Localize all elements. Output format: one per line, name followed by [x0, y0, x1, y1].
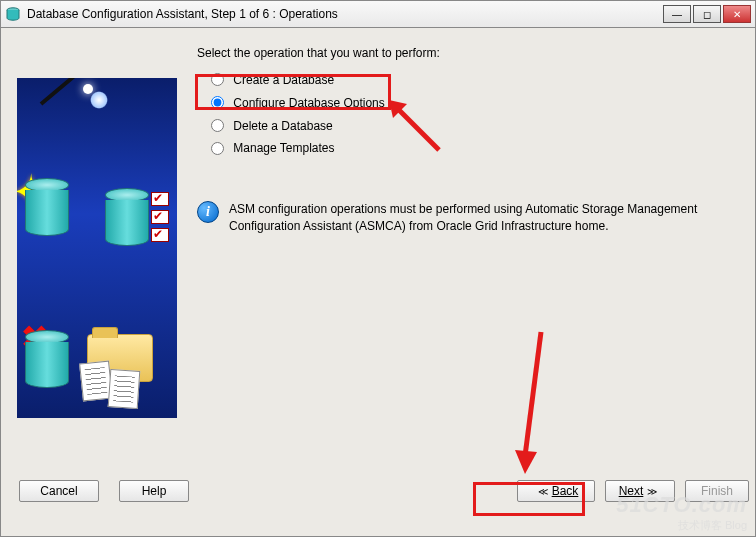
next-button[interactable]: Next≫	[605, 480, 675, 502]
radio-create-database[interactable]	[211, 73, 224, 86]
content-pane: Select the operation that you want to pe…	[197, 46, 735, 235]
info-note: i ASM configuration operations must be p…	[197, 201, 735, 235]
chevron-right-icon: ≫	[647, 486, 657, 497]
option-manage-templates[interactable]: Manage Templates	[211, 140, 735, 155]
label-configure-database: Configure Database Options	[233, 96, 384, 110]
cancel-button[interactable]: Cancel	[19, 480, 99, 502]
maximize-button[interactable]: ◻	[693, 5, 721, 23]
annotation-arrow-back	[501, 328, 561, 478]
radio-configure-database[interactable]	[211, 96, 224, 109]
finish-button: Finish	[685, 480, 749, 502]
help-button[interactable]: Help	[119, 480, 189, 502]
client-area: ✦ ✖ Select the operation that you want t…	[0, 28, 756, 537]
option-create-database[interactable]: Create a Database	[211, 72, 735, 87]
svg-line-3	[525, 332, 541, 456]
radio-delete-database[interactable]	[211, 119, 224, 132]
operation-options: Create a Database Configure Database Opt…	[211, 72, 735, 155]
svg-marker-4	[515, 450, 537, 474]
label-create-database: Create a Database	[233, 73, 334, 87]
wizard-graphic: ✦ ✖	[17, 78, 177, 418]
window-controls: — ◻ ✕	[663, 5, 751, 23]
prompt-text: Select the operation that you want to pe…	[197, 46, 735, 60]
label-delete-database: Delete a Database	[233, 118, 332, 132]
info-text: ASM configuration operations must be per…	[229, 201, 735, 235]
window-title: Database Configuration Assistant, Step 1…	[27, 7, 663, 21]
option-delete-database[interactable]: Delete a Database	[211, 118, 735, 133]
minimize-button[interactable]: —	[663, 5, 691, 23]
titlebar: Database Configuration Assistant, Step 1…	[0, 0, 756, 28]
close-button[interactable]: ✕	[723, 5, 751, 23]
info-icon: i	[197, 201, 219, 223]
back-button[interactable]: ≪Back	[517, 480, 595, 502]
option-configure-database[interactable]: Configure Database Options	[211, 95, 735, 110]
label-manage-templates: Manage Templates	[233, 141, 334, 155]
radio-manage-templates[interactable]	[211, 142, 224, 155]
button-bar: Cancel Help ≪Back Next≫ Finish	[1, 480, 755, 514]
chevron-left-icon: ≪	[538, 486, 548, 497]
app-icon	[5, 6, 21, 22]
